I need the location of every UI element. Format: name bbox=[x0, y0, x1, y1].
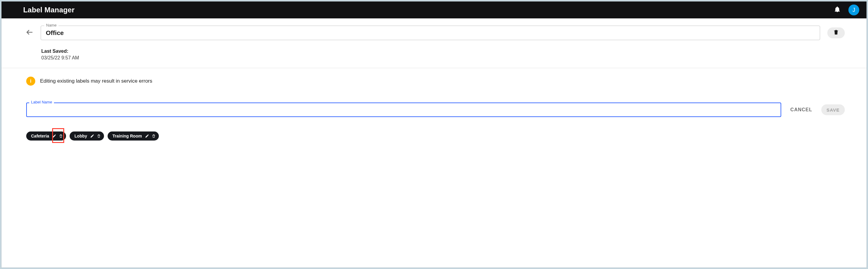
app-header: Label Manager J bbox=[1, 1, 867, 19]
name-field-container: Name bbox=[41, 26, 820, 40]
back-arrow-icon[interactable] bbox=[26, 28, 33, 37]
label-chip-training-room: Training Room bbox=[107, 131, 159, 141]
trash-icon[interactable] bbox=[152, 134, 156, 138]
label-name-input[interactable] bbox=[26, 102, 781, 117]
trash-icon[interactable] bbox=[59, 134, 63, 138]
app-title: Label Manager bbox=[23, 6, 75, 14]
pencil-icon[interactable] bbox=[145, 134, 149, 138]
label-chip-cafeteria: Cafeteria bbox=[26, 131, 66, 141]
chip-label: Training Room bbox=[113, 133, 142, 139]
user-avatar[interactable]: J bbox=[848, 4, 859, 16]
chip-label: Lobby bbox=[74, 133, 87, 139]
chip-label: Cafeteria bbox=[31, 133, 49, 139]
last-saved-timestamp: 03/25/22 9:57 AM bbox=[41, 55, 845, 61]
save-button[interactable]: SAVE bbox=[821, 104, 845, 115]
label-name-label: Label Name bbox=[29, 100, 54, 104]
cancel-button[interactable]: CANCEL bbox=[790, 107, 812, 113]
warning-row: i Editing existing labels may result in … bbox=[26, 77, 845, 86]
label-chips-row: Cafeteria Lobby bbox=[26, 131, 845, 141]
header-right: J bbox=[834, 4, 859, 16]
pencil-icon[interactable] bbox=[52, 134, 56, 138]
trash-icon[interactable] bbox=[97, 134, 101, 138]
label-chip-lobby: Lobby bbox=[70, 131, 104, 141]
pencil-icon[interactable] bbox=[90, 134, 94, 138]
name-field-label: Name bbox=[44, 23, 59, 27]
info-icon: i bbox=[26, 77, 35, 86]
trash-icon bbox=[833, 29, 839, 36]
last-saved-label: Last Saved: bbox=[41, 49, 845, 54]
delete-label-button[interactable] bbox=[827, 27, 845, 38]
label-name-container: Label Name bbox=[26, 102, 781, 117]
warning-text: Editing existing labels may result in se… bbox=[40, 78, 152, 84]
name-input[interactable] bbox=[41, 26, 820, 40]
notifications-icon[interactable] bbox=[834, 6, 841, 14]
